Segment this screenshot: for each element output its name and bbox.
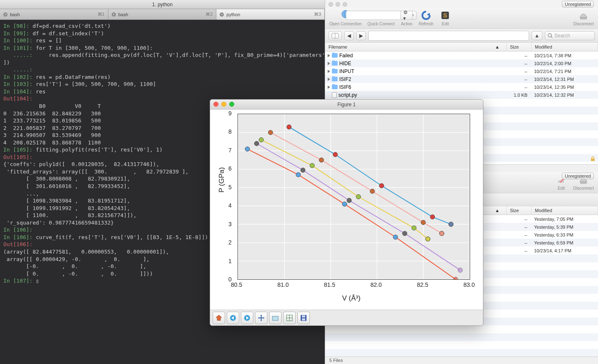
table-row[interactable]: script.py1.0 KB10/23/14, 12:32 PM — [325, 91, 598, 99]
fb-column-headers[interactable]: Filename▲ Size Modified — [325, 43, 598, 51]
fb2-col-size[interactable]: Size — [507, 206, 532, 215]
bookmark-button[interactable] — [328, 31, 342, 40]
file-modified: 10/23/14, 12:35 PM — [532, 85, 598, 90]
svg-point-45 — [259, 137, 264, 142]
figure-traffic-lights[interactable] — [213, 102, 234, 107]
fb2-col-modified[interactable]: Modified — [532, 206, 598, 215]
svg-marker-71 — [260, 320, 262, 321]
close-icon[interactable]: × — [220, 12, 224, 17]
chevron-right-icon[interactable] — [328, 54, 330, 57]
tab-label: bash — [10, 12, 20, 17]
svg-point-48 — [412, 226, 416, 230]
svg-point-38 — [393, 235, 398, 239]
path-field[interactable] — [368, 31, 529, 41]
quick-connect[interactable]: ▾ Quick Connect — [368, 9, 395, 26]
folder-icon — [332, 53, 338, 58]
file-modified: 10/23/14, 12:32 PM — [532, 93, 598, 98]
svg-point-56 — [439, 231, 444, 236]
forward-arrow-button[interactable] — [241, 312, 253, 324]
svg-point-43 — [402, 231, 407, 236]
plot-axes — [238, 114, 470, 280]
file-size: -- — [507, 85, 532, 90]
svg-line-11 — [551, 37, 552, 38]
svg-point-57 — [287, 125, 292, 129]
chevron-right-icon[interactable] — [328, 62, 330, 65]
file-modified: 10/22/14, 7:21 PM — [532, 69, 598, 74]
file-name: HIDE — [339, 61, 351, 66]
svg-point-62 — [449, 222, 453, 227]
y-tick-label: 5 — [228, 184, 232, 191]
refresh-button[interactable]: Refresh — [419, 9, 433, 26]
y-axis-label: P (GPa) — [218, 167, 226, 193]
file-name: INPUT — [339, 68, 354, 74]
file-name: Failed — [339, 53, 353, 59]
table-row[interactable]: ISIF6--10/23/14, 12:35 PM — [325, 83, 598, 91]
close-icon[interactable] — [213, 102, 218, 107]
traffic-lights[interactable] — [325, 0, 598, 7]
subplots-button[interactable] — [283, 312, 296, 324]
figure-title-bar[interactable]: Figure 1 — [210, 100, 483, 110]
file-size: -- — [507, 240, 532, 245]
close-icon[interactable]: × — [112, 12, 116, 17]
table-row[interactable]: INPUT--10/22/14, 7:21 PM — [325, 67, 598, 75]
fullscreen-icon[interactable] — [229, 102, 234, 107]
file-modified: 10/21/14, 7:38 PM — [532, 53, 598, 58]
x-tick-label: 82.5 — [417, 281, 428, 288]
col-filename[interactable]: Filename▲ — [325, 43, 507, 51]
tab-shortcut: ⌘1 — [98, 12, 105, 17]
chevron-right-icon[interactable] — [328, 78, 330, 81]
svg-rect-79 — [302, 315, 305, 318]
table-row[interactable]: ISIF2--10/23/14, 12:31 PM — [325, 75, 598, 83]
zoom-button[interactable] — [269, 312, 282, 324]
back-button[interactable]: ◀ — [344, 31, 354, 40]
terminal-tab[interactable]: ×python⌘3 — [216, 9, 325, 20]
file-modified: Yesterday, 7:05 PM — [532, 217, 598, 222]
col-modified[interactable]: Modified — [532, 43, 598, 51]
svg-marker-3 — [427, 13, 430, 16]
svg-point-41 — [301, 168, 305, 172]
svg-point-58 — [333, 152, 338, 157]
col-size[interactable]: Size — [507, 43, 532, 51]
svg-point-39 — [453, 277, 458, 279]
terminal-tab[interactable]: ×bash⌘2 — [108, 9, 217, 20]
action-button[interactable]: ⚙ ▾ Action — [400, 9, 413, 26]
svg-point-10 — [548, 34, 551, 37]
svg-point-46 — [310, 163, 314, 168]
file-modified: Yesterday, 6:33 PM — [532, 232, 598, 237]
home-button[interactable] — [213, 312, 225, 324]
x-tick-label: 83.0 — [463, 281, 475, 288]
unregistered-badge: Unregistered — [562, 1, 594, 7]
minimize-icon[interactable] — [221, 102, 226, 107]
svg-point-53 — [370, 189, 375, 193]
close-icon[interactable]: × — [3, 12, 7, 17]
forward-button[interactable]: ▶ — [356, 31, 366, 40]
x-tick-label: 81.0 — [277, 281, 289, 288]
fb-toolbar: + Open Connection ▾ Quick Connect ⚙ ▾ Ac… — [325, 7, 598, 29]
svg-point-35 — [245, 147, 250, 151]
save-button[interactable] — [297, 312, 310, 324]
y-tick-label: 4 — [228, 202, 232, 209]
edit-button[interactable]: S Edit — [439, 9, 451, 26]
search-box[interactable]: Search — [545, 31, 595, 40]
figure-canvas[interactable]: P (GPa) V (Å³) 012345678980.581.081.582.… — [210, 110, 483, 310]
pan-button[interactable] — [255, 312, 267, 324]
quick-connect-label: Quick Connect — [368, 22, 395, 26]
table-row[interactable]: Failed--10/21/14, 7:38 PM — [325, 51, 598, 59]
y-tick-label: 9 — [228, 110, 232, 117]
table-row[interactable]: HIDE--10/22/14, 2:00 PM — [325, 59, 598, 67]
disconnect-button[interactable]: Disconnect — [573, 9, 594, 26]
svg-point-40 — [255, 141, 259, 146]
chevron-right-icon[interactable] — [328, 86, 330, 89]
file-name: ISIF6 — [339, 84, 351, 90]
back-arrow-button[interactable] — [227, 312, 239, 324]
folder-icon — [332, 61, 338, 66]
chevron-right-icon[interactable] — [328, 70, 330, 73]
fb2-edit-label: Edit — [558, 186, 565, 191]
file-modified: 10/22/14, 2:00 PM — [532, 61, 598, 66]
matplotlib-toolbar — [210, 310, 483, 325]
quick-connect-input[interactable] — [346, 11, 408, 20]
disconnect-label: Disconnect — [573, 22, 594, 26]
svg-point-59 — [379, 183, 384, 188]
terminal-tab[interactable]: ×bash⌘1 — [0, 9, 108, 20]
up-button[interactable]: ▲ — [532, 31, 542, 40]
